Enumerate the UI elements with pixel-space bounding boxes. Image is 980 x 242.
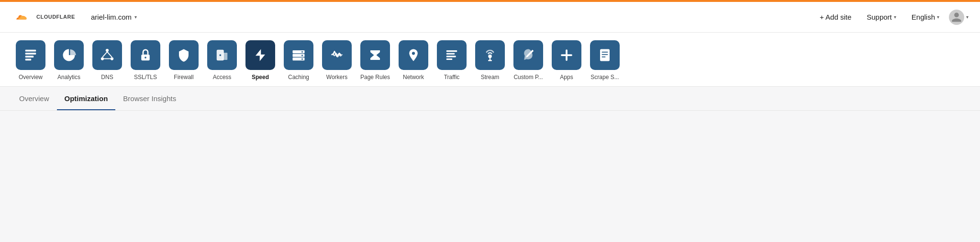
nav-item-access[interactable]: Access xyxy=(203,40,241,86)
svg-rect-23 xyxy=(446,50,457,52)
header-actions: + Add site Support ▾ English ▾ ▾ xyxy=(814,10,969,25)
nav-label-overview: Overview xyxy=(19,74,43,81)
language-label: English xyxy=(912,13,935,21)
nav-item-overview[interactable]: Overview xyxy=(11,40,50,86)
nav-item-speed[interactable]: Speed xyxy=(241,40,279,86)
user-chevron: ▾ xyxy=(966,14,969,20)
nav-icon-overview xyxy=(16,40,45,70)
svg-rect-2 xyxy=(25,56,34,58)
nav-icon-network xyxy=(399,40,428,70)
user-avatar[interactable] xyxy=(949,10,964,25)
site-name: ariel-lim.com xyxy=(91,13,132,21)
language-chevron: ▾ xyxy=(937,14,939,20)
nav-item-firewall[interactable]: Firewall xyxy=(165,40,203,86)
nav-icon-speed xyxy=(245,40,275,70)
cloudflare-logo-icon xyxy=(11,11,33,24)
nav-item-apps[interactable]: Apps xyxy=(547,40,586,86)
nav-label-custom-pages: Custom P... xyxy=(513,74,543,81)
svg-point-21 xyxy=(301,58,303,60)
svg-rect-32 xyxy=(600,49,610,61)
nav-item-analytics[interactable]: Analytics xyxy=(50,40,88,86)
nav-icon-caching xyxy=(284,40,313,70)
svg-point-19 xyxy=(301,51,303,53)
svg-point-22 xyxy=(412,52,415,55)
svg-rect-0 xyxy=(25,50,36,52)
nav-icon-firewall xyxy=(169,40,199,70)
nav-icon-stream xyxy=(475,40,505,70)
support-chevron: ▾ xyxy=(894,14,896,20)
nav-label-page-rules: Page Rules xyxy=(360,74,390,81)
svg-point-11 xyxy=(145,57,146,58)
svg-point-4 xyxy=(106,49,109,52)
nav-label-speed: Speed xyxy=(252,74,269,81)
svg-rect-13 xyxy=(223,53,227,60)
nav-item-dns[interactable]: DNS xyxy=(88,40,126,86)
user-icon xyxy=(951,12,962,23)
header: CLOUDFLARE ariel-lim.com ▾ + Add site Su… xyxy=(0,2,980,33)
nav-label-scrape-shield: Scrape S... xyxy=(590,74,619,81)
sub-tab-optimization[interactable]: Optimization xyxy=(57,87,116,110)
nav-item-stream[interactable]: Stream xyxy=(471,40,509,86)
support-menu[interactable]: Support ▾ xyxy=(861,10,902,24)
nav-label-workers: Workers xyxy=(326,74,347,81)
nav-area: Overview Analytics DNS xyxy=(0,33,980,87)
svg-rect-25 xyxy=(446,56,456,57)
nav-icon-analytics xyxy=(54,40,84,70)
nav-icon-traffic xyxy=(437,40,467,70)
nav-label-firewall: Firewall xyxy=(174,74,193,81)
nav-item-caching[interactable]: Caching xyxy=(279,40,318,86)
nav-label-dns: DNS xyxy=(101,74,113,81)
nav-label-traffic: Traffic xyxy=(444,74,460,81)
svg-rect-24 xyxy=(446,53,455,55)
site-selector[interactable]: ariel-lim.com ▾ xyxy=(86,10,142,24)
svg-rect-26 xyxy=(446,58,453,60)
svg-line-8 xyxy=(107,52,112,57)
logo-area: CLOUDFLARE xyxy=(11,11,78,24)
nav-label-caching: Caching xyxy=(288,74,309,81)
nav-label-apps: Apps xyxy=(560,74,573,81)
sub-tab-browser-insights[interactable]: Browser Insights xyxy=(115,87,184,110)
svg-line-7 xyxy=(102,52,107,57)
svg-point-14 xyxy=(219,54,221,56)
nav-icons: Overview Analytics DNS xyxy=(11,40,969,86)
nav-icon-apps xyxy=(552,40,581,70)
support-label: Support xyxy=(867,13,892,21)
nav-item-network[interactable]: Network xyxy=(394,40,433,86)
nav-icon-custom-pages xyxy=(513,40,543,70)
nav-label-access: Access xyxy=(213,74,232,81)
nav-item-page-rules[interactable]: Page Rules xyxy=(356,40,394,86)
site-selector-chevron: ▾ xyxy=(134,14,137,20)
svg-rect-1 xyxy=(25,53,36,55)
nav-icon-page-rules xyxy=(360,40,390,70)
nav-label-network: Network xyxy=(403,74,424,81)
sub-tab-overview[interactable]: Overview xyxy=(11,87,57,110)
nav-label-stream: Stream xyxy=(481,74,500,81)
nav-icon-access xyxy=(207,40,237,70)
nav-item-scrape-shield[interactable]: Scrape S... xyxy=(586,40,624,86)
cloudflare-logo-text: CLOUDFLARE xyxy=(36,14,75,20)
nav-icon-dns xyxy=(92,40,122,70)
nav-icon-scrape-shield xyxy=(590,40,620,70)
language-menu[interactable]: English ▾ xyxy=(906,10,945,24)
nav-item-ssl-tls[interactable]: SSL/TLS xyxy=(126,40,165,86)
add-site-button[interactable]: + Add site xyxy=(814,10,857,24)
nav-icon-workers xyxy=(322,40,352,70)
svg-point-27 xyxy=(488,55,492,58)
nav-label-ssl-tls: SSL/TLS xyxy=(134,74,157,81)
svg-point-20 xyxy=(301,55,303,56)
svg-rect-3 xyxy=(25,59,32,61)
nav-label-analytics: Analytics xyxy=(57,74,80,81)
svg-marker-15 xyxy=(256,49,265,61)
nav-item-traffic[interactable]: Traffic xyxy=(433,40,471,86)
sub-tabs: Overview Optimization Browser Insights xyxy=(0,87,980,111)
nav-item-workers[interactable]: Workers xyxy=(318,40,356,86)
nav-icon-ssl-tls xyxy=(131,40,160,70)
nav-item-custom-pages[interactable]: Custom P... xyxy=(509,40,547,86)
